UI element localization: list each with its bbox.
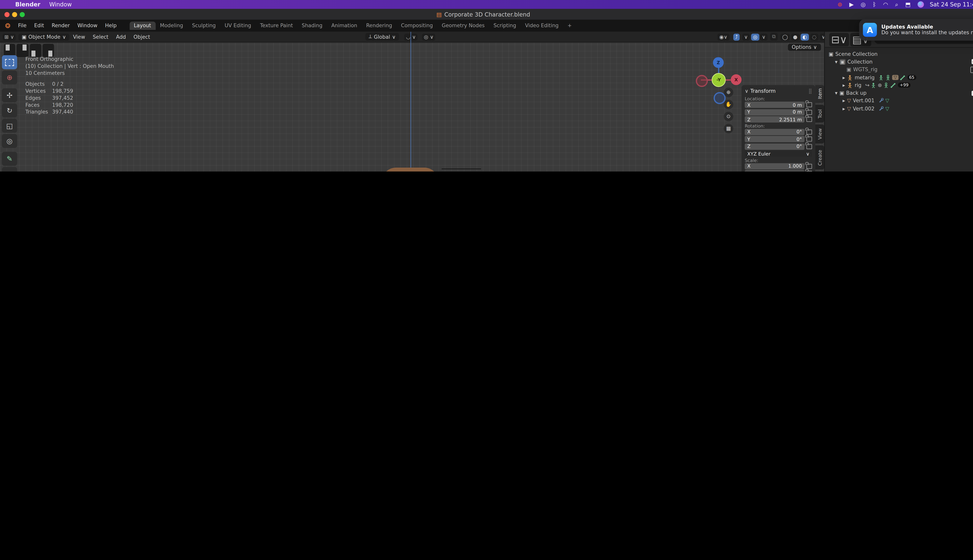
shading-dropdown[interactable]: ∨ <box>820 33 824 40</box>
siri-icon[interactable] <box>918 2 924 8</box>
outliner-row-wgts-rig[interactable]: ▣WGTS_rig ⊙⊠ <box>829 66 973 73</box>
pan-view-button[interactable]: ✋ <box>724 100 733 109</box>
ortho-toggle-button[interactable]: ▦ <box>724 124 733 133</box>
rotation-z-field[interactable]: Z0° <box>745 143 804 150</box>
measure-tool[interactable]: ∟ <box>2 167 17 172</box>
workspace-tab-layout[interactable]: Layout <box>129 22 155 30</box>
scale-x-field[interactable]: X1.000 <box>745 163 804 169</box>
add-workspace-button[interactable]: + <box>563 22 576 30</box>
workspace-tab-video-editing[interactable]: Video Editing <box>520 22 563 30</box>
mode-dropdown[interactable]: ▣ Object Mode∨ <box>18 33 69 40</box>
file-menu[interactable]: File <box>18 23 27 28</box>
expand-icon[interactable]: ▸ <box>843 106 845 112</box>
workspace-tab-scripting[interactable]: Scripting <box>489 22 520 30</box>
expand-icon[interactable]: ▾ <box>835 90 838 96</box>
edit-menu[interactable]: Edit <box>34 23 44 28</box>
menubar-clock[interactable]: Sat 24 Sep 11:40 am <box>930 2 973 8</box>
cursor-tool[interactable]: ⊕ <box>2 70 17 84</box>
gizmo-axis-x[interactable]: X <box>731 74 742 85</box>
overlays-dropdown[interactable]: ∨ <box>760 33 767 40</box>
expand-icon[interactable]: ▸ <box>843 75 845 80</box>
outliner-row-metarig[interactable]: ▸ metarig ▽ 65 ∨⊡ <box>829 73 973 81</box>
rotation-x-lock-icon[interactable] <box>806 129 812 134</box>
add-menu[interactable]: Add <box>116 34 126 40</box>
transform-drag-dots[interactable]: ⣿ <box>808 88 812 94</box>
collection-checkbox[interactable] <box>970 67 973 73</box>
location-z-field[interactable]: Z2.2511 m <box>745 116 804 123</box>
rotate-tool[interactable]: ↻ <box>2 103 17 117</box>
gizmo-axis-negy[interactable]: -Y <box>712 73 726 87</box>
scale-tool[interactable]: ◱ <box>2 119 17 133</box>
workspace-tab-shading[interactable]: Shading <box>298 22 327 30</box>
blender-logo-icon[interactable]: ❂ <box>5 22 10 29</box>
npanel-tab-tool[interactable]: Tool <box>815 105 824 122</box>
annotate-tool[interactable]: ✎ <box>2 152 17 166</box>
help-menu[interactable]: Help <box>105 23 117 28</box>
location-y-field[interactable]: Y0 m <box>745 109 804 115</box>
shading-rendered-button[interactable]: ◌ <box>810 33 818 40</box>
workspace-tab-modeling[interactable]: Modeling <box>155 22 187 30</box>
minimize-window-button[interactable] <box>12 12 17 17</box>
zoom-window-button[interactable] <box>20 12 25 17</box>
workspace-tab-compositing[interactable]: Compositing <box>396 22 437 30</box>
gizmos-toggle[interactable]: ⤴ <box>733 33 740 40</box>
zoom-view-button[interactable]: ⊕ <box>724 88 733 97</box>
window-menu[interactable]: Window <box>49 2 72 8</box>
tool-setting-icon-4[interactable]: ▗ <box>43 44 54 57</box>
location-z-lock-icon[interactable] <box>806 117 812 122</box>
outliner-row-collection[interactable]: ▾ ▣ Collection ✓⊙⊡ <box>829 58 973 66</box>
editor-type-button[interactable]: ⊞ ∨ <box>3 33 16 40</box>
shading-material-button[interactable]: ◐ <box>801 33 809 40</box>
shading-solid-button[interactable]: ● <box>791 33 799 40</box>
scale-x-lock-icon[interactable] <box>806 163 812 168</box>
shading-wireframe-button[interactable]: ◯ <box>780 33 790 40</box>
workspace-tab-sculpting[interactable]: Sculpting <box>187 22 220 30</box>
gizmos-dropdown[interactable]: ∨ <box>742 33 750 40</box>
orientation-dropdown[interactable]: ⟂ Global∨ <box>366 33 399 41</box>
npanel-tab-item[interactable]: Item <box>815 85 824 103</box>
rotation-z-lock-icon[interactable] <box>806 144 812 149</box>
expand-icon[interactable]: ▸ <box>843 98 845 103</box>
expand-icon[interactable]: ▾ <box>835 59 838 65</box>
view-menu[interactable]: View <box>73 34 85 40</box>
camera-view-button[interactable]: ⊙ <box>724 112 733 121</box>
workspace-tab-rendering[interactable]: Rendering <box>362 22 396 30</box>
outliner-row-vert-002[interactable]: ▸ ▽ Vert.002 ▽ ⊙⊡ <box>829 105 973 113</box>
transform-tool[interactable]: ◎ <box>2 134 17 148</box>
play-status-icon[interactable]: ▶ <box>849 2 854 8</box>
character-model[interactable] <box>251 165 572 172</box>
control-center-icon[interactable]: ⬒ <box>905 2 911 8</box>
screen-record-icon[interactable]: ⊚ <box>838 2 843 8</box>
macos-notification[interactable]: A Updates Available Do you want to insta… <box>859 19 973 41</box>
gizmo-axis-negx[interactable] <box>696 75 708 87</box>
select-menu[interactable]: Select <box>93 34 109 40</box>
visibility-dropdown[interactable]: ◉∨ <box>717 33 729 40</box>
gizmo-axis-z[interactable]: Z <box>713 57 724 68</box>
xray-toggle[interactable]: ⧉ <box>770 33 777 41</box>
outliner-row-scene-collection[interactable]: ▣Scene Collection <box>829 50 973 58</box>
location-x-lock-icon[interactable] <box>806 102 812 107</box>
close-window-button[interactable] <box>5 12 10 17</box>
workspace-tab-geometry-nodes[interactable]: Geometry Nodes <box>437 22 489 30</box>
rotation-x-field[interactable]: X0° <box>745 128 804 135</box>
workspace-tab-texture-paint[interactable]: Texture Paint <box>256 22 297 30</box>
render-menu[interactable]: Render <box>52 23 70 28</box>
rotation-mode-dropdown[interactable]: XYZ Euler∨ <box>745 150 812 157</box>
select-box-tool[interactable] <box>2 55 17 69</box>
collection-checkbox[interactable]: ✓ <box>971 59 973 64</box>
overlays-toggle[interactable]: ◎ <box>751 33 759 40</box>
proportional-edit-toggle[interactable]: ◎ ∨ <box>422 33 436 40</box>
bluetooth-icon[interactable]: ᛒ <box>873 2 876 8</box>
npanel-tab-create[interactable]: Create <box>815 145 824 170</box>
outliner-row-backup[interactable]: ▾ ▣ Back up ✓∨⊠ <box>829 89 973 97</box>
expand-icon[interactable]: ▸ <box>843 82 845 88</box>
app-menu[interactable]: Blender <box>15 2 40 8</box>
location-y-lock-icon[interactable] <box>806 110 812 115</box>
options-dropdown[interactable]: Options∨ <box>788 44 821 51</box>
rotation-y-field[interactable]: Y0° <box>745 136 804 142</box>
outliner-row-rig[interactable]: ▸ rig ↪ ⊛ +99 ⊙⊡ <box>829 82 973 89</box>
tool-setting-icon-3[interactable]: ▖ <box>30 44 41 57</box>
scale-y-lock-icon[interactable] <box>806 171 812 172</box>
wifi-icon[interactable]: ◠ <box>883 2 888 8</box>
tool-setting-icon-2[interactable]: ▝ <box>17 44 28 57</box>
